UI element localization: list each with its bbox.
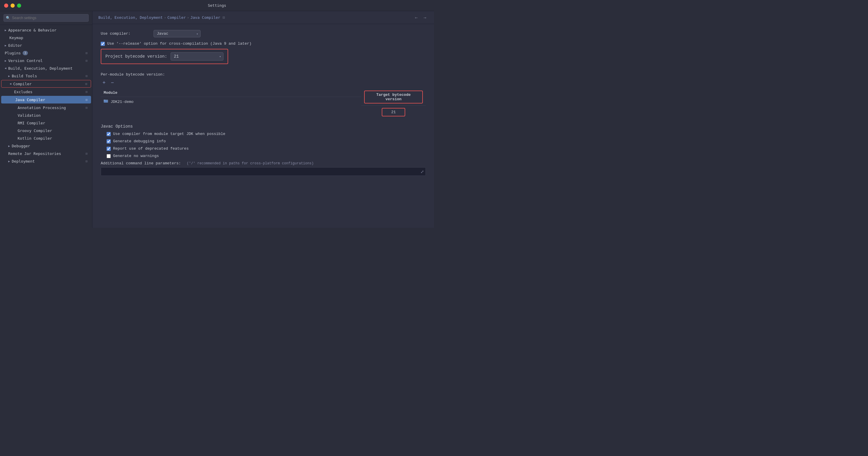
cmd-input[interactable] — [101, 167, 426, 176]
breadcrumb-part-3: Java Compiler — [190, 15, 220, 20]
option-report-deprecated-label: Report use of deprecated features — [113, 146, 188, 151]
breadcrumb: Build, Execution, Deployment › Compiler … — [98, 15, 225, 20]
target-version-value: 21 — [382, 108, 405, 116]
table-row[interactable]: JDK21-demo — [101, 97, 361, 106]
cmd-label: Additional command line parameters: — [101, 161, 181, 166]
breadcrumb-part-1: Build, Execution, Deployment — [98, 15, 163, 20]
sidebar-item-keymap[interactable]: Keymap — [0, 34, 92, 41]
settings-icon: ⊡ — [86, 51, 88, 55]
sidebar-item-validation[interactable]: Validation — [0, 111, 92, 119]
sidebar-item-editor[interactable]: ▶ Editor — [0, 41, 92, 49]
option-no-warnings-checkbox[interactable] — [106, 154, 111, 158]
javac-options-title: Javac Options — [101, 124, 426, 129]
cmd-row: Additional command line parameters: ('/'… — [101, 161, 426, 166]
add-remove-row: + − — [101, 79, 426, 86]
sidebar-item-groovy-compiler[interactable]: Groovy Compiler — [0, 127, 92, 134]
breadcrumb-sep-2: › — [187, 15, 189, 20]
remove-module-button[interactable]: − — [109, 79, 116, 86]
search-wrap: 🔍 — [3, 14, 89, 22]
sidebar-item-build-execution-deployment[interactable]: ▼ Build, Execution, Deployment — [0, 64, 92, 72]
search-bar: 🔍 — [0, 11, 92, 25]
settings-icon: ⊡ — [86, 90, 88, 94]
option-generate-debug-label: Generate debugging info — [113, 139, 165, 143]
chevron-right-icon: ▶ — [8, 160, 10, 163]
module-table-left: Module — [101, 89, 361, 106]
sidebar-item-label: Version Control — [8, 58, 42, 63]
sidebar-items: ▶ Appearance & Behavior Keymap ▶ Editor … — [0, 25, 92, 228]
module-cell: JDK21-demo — [101, 97, 361, 106]
option-generate-debug-checkbox[interactable] — [106, 139, 111, 143]
sidebar-item-label: Excludes — [14, 90, 33, 94]
bytecode-select-wrap: 8 11 17 21 ▾ — [170, 52, 223, 61]
sidebar-item-version-control[interactable]: ▶ Version Control ⊡ — [0, 57, 92, 64]
chevron-right-icon: ▶ — [8, 75, 10, 78]
sidebar-item-compiler[interactable]: ▼ Compiler ⊡ — [1, 80, 91, 88]
project-bytecode-section: Project bytecode version: 8 11 17 21 ▾ — [101, 49, 426, 68]
plugins-badge: 3 — [23, 51, 28, 55]
chevron-right-icon: ▶ — [5, 44, 6, 47]
option-use-module-jdk-row: Use compiler from module target JDK when… — [106, 132, 426, 136]
sidebar-item-appearance[interactable]: ▶ Appearance & Behavior — [0, 26, 92, 34]
sidebar-item-label: Annotation Processing — [18, 106, 66, 110]
settings-icon: ⊡ — [85, 82, 87, 86]
chevron-right-icon: ▶ — [5, 59, 6, 62]
sidebar-item-remote-jar-repositories[interactable]: Remote Jar Repositories ⊡ — [0, 150, 92, 157]
settings-icon: ⊡ — [86, 152, 88, 155]
window-title: Settings — [208, 3, 226, 8]
bytecode-version-select[interactable]: 8 11 17 21 — [170, 52, 223, 61]
search-input[interactable] — [3, 14, 89, 22]
breadcrumb-sep-1: › — [164, 15, 166, 20]
sidebar-item-label: Compiler — [13, 82, 32, 86]
nav-forward-button[interactable]: → — [422, 14, 428, 21]
content-area: Build, Execution, Deployment › Compiler … — [93, 11, 434, 228]
settings-icon: ⊡ — [86, 59, 88, 63]
javac-options-group: Use compiler from module target JDK when… — [101, 132, 426, 158]
settings-icon: ⊡ — [86, 98, 88, 102]
sidebar-item-rmi-compiler[interactable]: RMI Compiler — [0, 119, 92, 127]
sidebar-item-debugger[interactable]: ▶ Debugger — [0, 142, 92, 150]
nav-back-button[interactable]: ← — [413, 14, 420, 21]
compiler-select[interactable]: Javac Eclipse Ajc — [154, 30, 200, 37]
cmd-hint: ('/' recommended in paths for cross-plat… — [187, 162, 314, 166]
sidebar-item-label: Deployment — [12, 159, 35, 164]
sidebar-item-label: Java Compiler — [15, 97, 45, 102]
release-checkbox[interactable] — [101, 42, 105, 46]
target-value-cell: 21 — [361, 106, 426, 119]
add-module-button[interactable]: + — [101, 79, 107, 86]
window-controls — [4, 3, 21, 8]
breadcrumb-part-2: Compiler — [167, 15, 186, 20]
release-option-row: Use '--release' option for cross-compila… — [101, 41, 426, 46]
sidebar-item-label: Debugger — [12, 144, 30, 148]
target-header-label: Target bytecode version — [364, 90, 423, 104]
sidebar-item-label: Remote Jar Repositories — [8, 151, 61, 156]
use-compiler-label: Use compiler: — [101, 31, 154, 36]
sidebar-item-annotation-processing[interactable]: Annotation Processing ⊡ — [0, 104, 92, 111]
sidebar-item-build-tools[interactable]: ▶ Build Tools ⊡ — [0, 72, 92, 80]
sidebar-item-deployment[interactable]: ▶ Deployment ⊡ — [0, 157, 92, 165]
breadcrumb-icon: ⊡ — [223, 15, 225, 20]
close-button[interactable] — [4, 3, 8, 8]
option-report-deprecated-row: Report use of deprecated features — [106, 146, 426, 151]
module-folder-icon — [104, 99, 108, 103]
sidebar-item-plugins[interactable]: Plugins 3 ⊡ — [0, 49, 92, 57]
project-bytecode-label: Project bytecode version: — [105, 54, 167, 59]
minimize-button[interactable] — [10, 3, 15, 8]
option-use-module-jdk-checkbox[interactable] — [106, 132, 111, 136]
option-no-warnings-label: Generate no warnings — [113, 154, 159, 158]
svg-rect-2 — [104, 100, 107, 103]
sidebar-item-kotlin-compiler[interactable]: Kotlin Compiler — [0, 134, 92, 142]
maximize-button[interactable] — [17, 3, 21, 8]
sidebar-item-excludes[interactable]: Excludes ⊡ — [0, 88, 92, 95]
module-table-right: Target bytecode version 21 — [361, 89, 426, 119]
settings-icon: ⊡ — [86, 106, 88, 110]
option-report-deprecated-checkbox[interactable] — [106, 147, 111, 151]
search-icon: 🔍 — [6, 16, 10, 20]
option-generate-debug-row: Generate debugging info — [106, 139, 426, 143]
target-header-cell: Target bytecode version — [361, 89, 426, 106]
module-header: Module — [101, 89, 361, 97]
cmd-expand-button[interactable]: ⤢ — [421, 169, 424, 174]
main-layout: 🔍 ▶ Appearance & Behavior Keymap ▶ Edito… — [0, 11, 434, 228]
sidebar-item-java-compiler[interactable]: Java Compiler ⊡ — [1, 96, 91, 104]
module-table: Module — [101, 89, 361, 106]
chevron-right-icon: ▶ — [5, 29, 6, 32]
